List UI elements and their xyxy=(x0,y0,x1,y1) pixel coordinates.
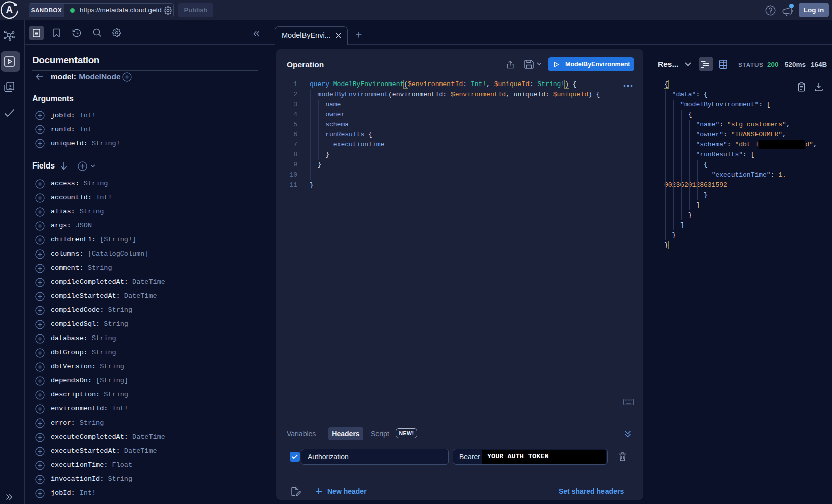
svg-text:A: A xyxy=(6,4,13,15)
